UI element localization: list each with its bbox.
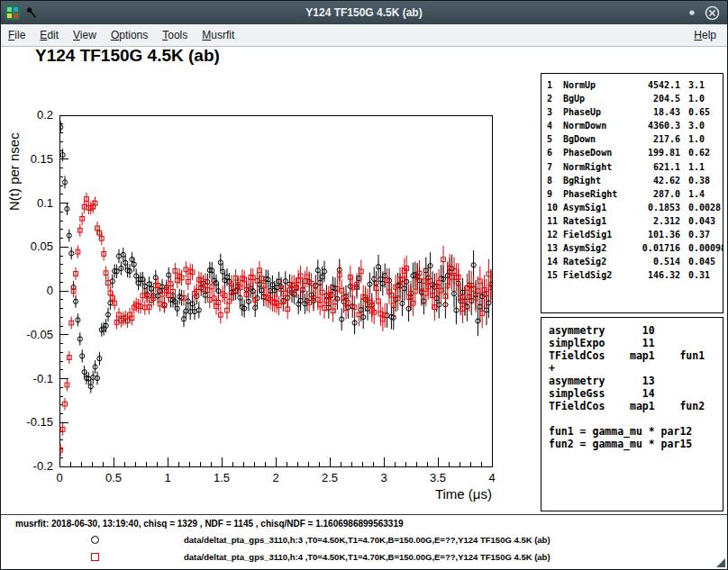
legend-label: data/deltat_pta_gps_3110,h:3 ,T0=4.50K,T… [184,535,551,545]
x-tick-label: 4 [488,471,495,484]
theory-line [549,412,723,425]
data-series-histo-4 [59,193,493,457]
data-series-histo-3 [59,121,494,393]
param-row: 4NormDown4360.33.0 [547,119,723,132]
menubar: FileEditViewOptionsToolsMusrfit Help [1,24,727,47]
menubar-left: FileEditViewOptionsToolsMusrfit [1,26,241,44]
param-row: 14RateSig20.5140.045 [547,255,723,268]
y-tick-label: -0.15 [26,415,53,429]
fit-parameter-box: 1NormUp4542.13.12BgUp204.51.03PhaseUp18.… [541,73,723,313]
legend-entry: data/deltat_pta_gps_3110,h:3 ,T0=4.50K,T… [1,534,727,547]
theory-line: fun1 = gamma_mu * par12 [549,425,723,438]
titlebar[interactable]: Y124 TF150G 4.5K (ab) [1,1,727,24]
minimize-button[interactable] [687,8,696,17]
close-button[interactable] [705,5,720,21]
menu-item-edit[interactable]: Edit [32,26,66,44]
x-tick-label: 1.5 [214,471,230,484]
window-title: Y124 TF150G 4.5K (ab) [1,6,727,19]
plot-canvas[interactable]: 00.511.522.533.540.20.150.10.050-0.05-0.… [1,91,537,514]
param-row: 7NormRight621.11.1 [547,160,723,174]
legend-label: data/deltat_pta_gps_3110,h:4 ,T0=4.50K,T… [184,552,551,562]
x-axis-title: Time (μs) [435,486,492,502]
param-row: 13AsymSig20.017160.00098 [547,241,723,255]
x-tick-label: 2.5 [322,471,338,484]
param-row: 10AsymSig10.18530.0028 [547,201,723,214]
theory-line: simpleGss 14 [549,387,723,400]
param-row: 3PhaseUp18.430.65 [547,105,723,119]
param-row: 11RateSig12.3120.043 [547,214,723,228]
menu-item-musrfit[interactable]: Musrfit [195,26,241,44]
menubar-right: Help [687,26,723,44]
y-tick-label: 0.05 [31,240,53,253]
param-row: 5BgDown217.61.0 [547,132,723,146]
sticky-pin-icon[interactable] [25,6,38,19]
param-row: 6PhaseDown199.810.62 [547,146,723,159]
y-tick-label: 0.15 [31,152,53,166]
param-row: 2BgUp204.51.0 [547,92,723,105]
menu-item-file[interactable]: File [1,26,32,44]
theory-line: fun2 = gamma_mu * par15 [549,438,723,450]
param-row: 8BgRight42.620.38 [547,174,723,187]
x-tick-label: 2 [272,471,278,484]
x-tick-label: 0 [56,471,62,484]
bottom-separator [1,514,727,515]
menu-item-help[interactable]: Help [687,26,723,44]
y-tick-label: 0.2 [37,108,53,122]
menu-item-options[interactable]: Options [104,26,155,44]
theory-line: asymmetry 10 [549,324,723,337]
theory-line: asymmetry 13 [549,375,723,387]
param-row: 9PhaseRight287.01.4 [547,187,723,201]
theory-line: simplExpo 11 [549,337,723,349]
param-table: 1NormUp4542.13.12BgUp204.51.03PhaseUp18.… [547,78,723,282]
app-menu-icon[interactable] [5,5,20,20]
open-square-marker-icon [91,553,99,561]
menu-item-view[interactable]: View [66,26,104,44]
theory-line: TFieldCos map1 fun1 [549,349,723,362]
legend-entry: data/deltat_pta_gps_3110,h:4 ,T0=4.50K,T… [1,551,727,564]
y-tick-label: 0 [47,284,53,297]
menu-item-tools[interactable]: Tools [155,26,195,44]
musrfit-window: Y124 TF150G 4.5K (ab) FileEditViewOption… [0,0,728,570]
open-circle-marker-icon [91,536,99,544]
theory-box: asymmetry 10simplExpo 11TFieldCos map1 f… [541,317,723,511]
y-tick-label: 0.1 [37,196,53,210]
theory-line: + [549,362,723,375]
param-row: 12FieldSig1101.360.37 [547,228,723,241]
y-tick-label: -0.2 [33,459,53,473]
fit-status-line: musrfit: 2018-06-30, 13:19:40, chisq = 1… [15,519,404,529]
plot-title: Y124 TF150G 4.5K (ab) [35,46,220,66]
y-axis-title: N(t) per nsec [6,132,22,211]
y-tick-label: -0.1 [33,372,53,385]
param-row: 15FieldSig2146.320.31 [547,268,723,282]
y-tick-label: -0.05 [26,328,53,341]
x-tick-label: 1 [164,471,170,484]
x-tick-label: 3 [380,471,387,484]
resize-grip[interactable] [716,558,725,567]
param-row: 1NormUp4542.13.1 [547,78,723,92]
theory-line: TFieldCos map1 fun2 [549,400,723,412]
x-tick-label: 3.5 [430,471,446,484]
theory-block: asymmetry 10simplExpo 11TFieldCos map1 f… [549,324,723,450]
x-tick-label: 0.5 [105,471,122,484]
